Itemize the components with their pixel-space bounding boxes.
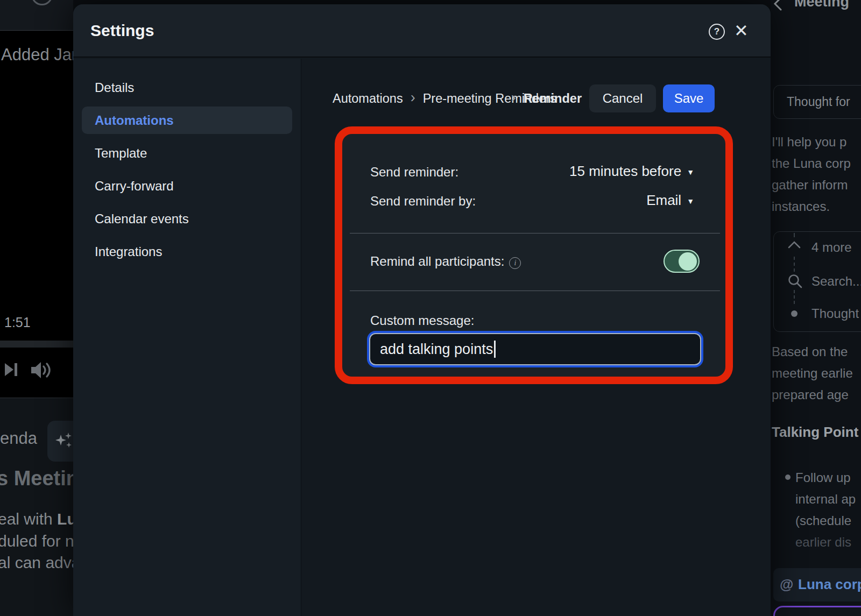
breadcrumb: Automations › Pre-meeting Reminders › Re… — [333, 84, 715, 112]
tool-steps-box: 4 more Search... Thought — [773, 231, 861, 332]
bullet-dot — [791, 310, 798, 317]
divider — [350, 291, 720, 291]
thought-step-label[interactable]: Thought — [811, 306, 859, 321]
at-symbol: @ — [780, 576, 793, 593]
breadcrumb-reminder: Reminder — [524, 91, 582, 106]
sidebar-item-details[interactable]: Details — [82, 74, 292, 101]
assistant-text-line: Based on the — [772, 344, 848, 359]
added-participant-text: Added Jan — [1, 45, 73, 65]
settings-content: Automations › Pre-meeting Reminders › Re… — [301, 59, 771, 616]
sidebar-item-template[interactable]: Template — [82, 139, 292, 167]
assistant-text-line: instances. — [772, 199, 830, 214]
send-by-dropdown[interactable]: Email▼ — [646, 192, 694, 209]
settings-modal: Settings ? ✕ Details Automations Templat… — [73, 4, 771, 616]
save-button[interactable]: Save — [663, 84, 715, 112]
chevron-down-icon: ▼ — [687, 168, 694, 176]
annotation-highlight-box: Send reminder: 15 minutes before▼ Send r… — [335, 126, 733, 384]
reminder-settings-panel: Send reminder: 15 minutes before▼ Send r… — [342, 134, 725, 377]
meeting-heading-fragment: s Meetin — [0, 467, 73, 490]
divider — [350, 233, 720, 233]
custom-message-input[interactable]: add talking points — [369, 333, 701, 365]
talking-points-heading: Talking Point — [772, 424, 858, 441]
assistant-text-line: the Luna corp — [772, 156, 851, 171]
talking-point-line: earlier dis — [795, 535, 851, 550]
search-step-label[interactable]: Search... — [811, 274, 861, 289]
sparkles-icon — [54, 433, 73, 451]
assistant-text-line: meeting earlie — [772, 366, 853, 381]
meeting-text-line: duled for ne — [0, 532, 73, 550]
skip-next-icon[interactable] — [4, 362, 18, 380]
chevron-down-icon: ▼ — [687, 197, 694, 206]
remind-all-text: Remind all participants: — [370, 254, 504, 268]
settings-sidebar: Details Automations Template Carry-forwa… — [73, 59, 301, 616]
agenda-label-fragment: enda — [0, 429, 37, 448]
sidebar-item-calendar-events[interactable]: Calendar events — [82, 205, 292, 232]
search-icon — [787, 273, 803, 291]
app-background: Added Jan 1:51 enda s Meetin e — [0, 0, 861, 616]
volume-icon[interactable] — [30, 360, 54, 382]
talking-point-line: (schedule — [795, 513, 851, 528]
left-topbar — [0, 0, 73, 31]
chevron-right-icon: › — [411, 89, 415, 106]
mention-card[interactable]: @ Luna corp — [773, 568, 861, 601]
cancel-button[interactable]: Cancel — [589, 84, 656, 112]
sidebar-item-carry-forward[interactable]: Carry-forward — [82, 172, 292, 200]
background-left-panel: Added Jan 1:51 enda s Meetin e — [0, 0, 73, 616]
breadcrumb-automations[interactable]: Automations — [333, 91, 403, 106]
remind-all-label: Remind all participants:i — [370, 254, 521, 269]
more-steps-label[interactable]: 4 more — [811, 240, 852, 255]
send-by-label: Send reminder by: — [370, 194, 476, 209]
text-cursor — [494, 341, 496, 358]
text-fragment: eal with — [0, 510, 57, 528]
video-progress-bar[interactable] — [0, 341, 73, 348]
avatar — [31, 0, 53, 5]
toggle-knob — [679, 252, 697, 271]
talking-point-line: Follow up — [795, 470, 851, 485]
text-fragment-bold: Lun — [57, 510, 73, 528]
right-panel-title: Meeting — [794, 0, 849, 10]
chevron-up-icon[interactable] — [788, 240, 801, 251]
modal-title: Settings — [90, 22, 154, 40]
send-reminder-value: 15 minutes before — [569, 163, 681, 179]
ai-sparkle-button[interactable] — [47, 421, 73, 462]
connector-line — [794, 257, 795, 272]
connector-line — [794, 233, 795, 237]
chat-input[interactable] — [773, 606, 861, 616]
help-icon[interactable]: ? — [709, 24, 725, 40]
custom-message-text: add talking points — [380, 341, 493, 358]
bullet-dot — [785, 475, 791, 480]
breadcrumb-pre-meeting-reminders[interactable]: Pre-meeting Reminders — [423, 90, 504, 107]
notes-section-background: enda s Meetin eal with Lun duled for ne … — [0, 398, 73, 616]
assistant-text-line: prepared age — [772, 387, 849, 402]
modal-header: Settings ? ✕ — [73, 4, 771, 58]
send-reminder-label: Send reminder: — [370, 165, 458, 180]
sidebar-item-integrations[interactable]: Integrations — [82, 238, 292, 265]
video-timestamp: 1:51 — [4, 315, 31, 330]
assistant-text-line: gather inform — [772, 178, 848, 193]
back-chevron-icon[interactable] — [772, 0, 784, 13]
meeting-text-line: al can adva — [0, 554, 73, 572]
remind-all-toggle[interactable] — [664, 250, 700, 273]
mention-link[interactable]: Luna corp — [798, 576, 861, 593]
send-reminder-dropdown[interactable]: 15 minutes before▼ — [569, 163, 694, 180]
thought-chip-label: Thought for — [787, 95, 850, 109]
sidebar-item-automations[interactable]: Automations — [82, 107, 292, 134]
thought-duration-chip[interactable]: Thought for — [773, 85, 861, 119]
send-by-value: Email — [646, 192, 681, 208]
assistant-text-line: I'll help you p — [772, 134, 846, 150]
custom-message-label: Custom message: — [370, 313, 474, 328]
connector-line — [794, 290, 795, 304]
chevron-right-icon: › — [511, 89, 516, 106]
close-icon[interactable]: ✕ — [734, 22, 749, 39]
background-right-panel: Meeting Thought for I'll help you p the … — [771, 0, 861, 616]
meeting-text-line: eal with Lun — [0, 510, 73, 528]
talking-point-line: internal ap — [795, 492, 856, 507]
info-icon[interactable]: i — [509, 257, 521, 269]
